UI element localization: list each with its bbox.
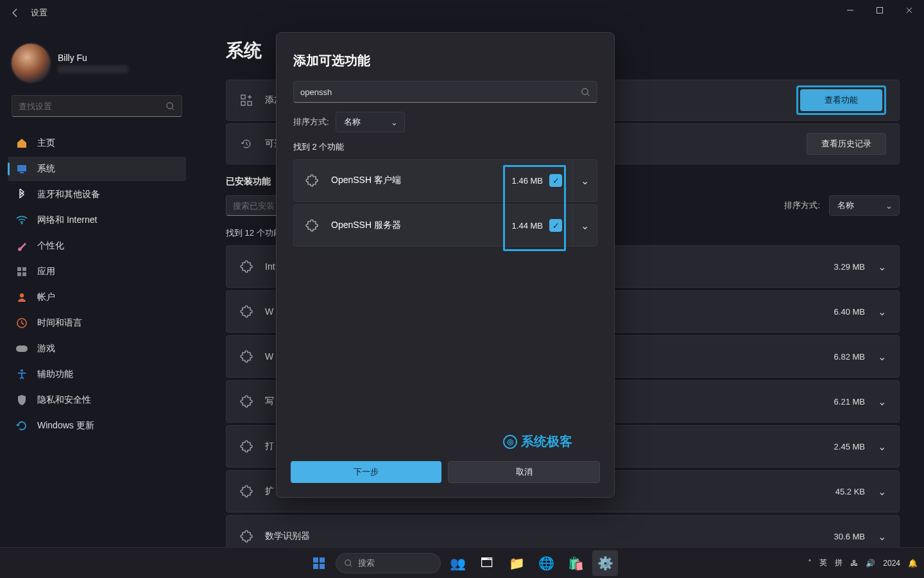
folder-icon[interactable]: 📁 [504, 550, 529, 576]
watermark: ◎系统极客 [503, 433, 572, 450]
volume-icon[interactable]: 🔊 [866, 559, 875, 568]
svg-point-16 [582, 88, 588, 94]
puzzle-icon [305, 174, 321, 187]
optional-feature-row: OpenSSH 客户端1.46 MB✓⌄ [293, 159, 597, 202]
ime-lang[interactable]: 英 [819, 557, 827, 568]
svg-rect-20 [320, 564, 325, 569]
modal-sort-select[interactable]: 名称 [336, 112, 405, 132]
notifications-icon[interactable]: 🔔 [908, 559, 918, 568]
modal-sort-label: 排序方式: [293, 116, 329, 128]
search-icon [581, 87, 590, 97]
expand-button[interactable]: ⌄ [572, 160, 597, 201]
feature-name: OpenSSH 客户端 [331, 175, 506, 186]
svg-rect-18 [320, 557, 325, 563]
taskbar-search[interactable]: 搜索 [336, 553, 441, 574]
ime-mode[interactable]: 拼 [835, 557, 843, 568]
start-button[interactable] [306, 550, 332, 576]
modal-found: 找到 2 个功能 [293, 141, 597, 153]
tray-chevron-icon[interactable]: ˄ [808, 559, 812, 568]
network-icon[interactable]: 🖧 [850, 559, 858, 568]
expand-button[interactable]: ⌄ [572, 205, 597, 246]
feature-size: 1.46 MB [512, 176, 543, 186]
feature-size: 1.44 MB [512, 221, 543, 231]
settings-taskbar-icon[interactable]: ⚙️ [592, 550, 618, 576]
task-view-icon[interactable]: 👥 [445, 550, 470, 576]
modal-search[interactable] [293, 81, 597, 103]
svg-point-21 [345, 559, 351, 565]
store-icon[interactable]: 🛍️ [563, 550, 588, 576]
modal-title: 添加可选功能 [293, 52, 597, 69]
puzzle-icon [305, 219, 321, 232]
edge-icon[interactable]: 🌐 [533, 550, 559, 576]
taskbar: 搜索 👥 🗔 📁 🌐 🛍️ ⚙️ ˄ 英 拼 🖧 🔊 2024 🔔 [0, 547, 924, 578]
svg-rect-17 [313, 557, 318, 563]
clock-year[interactable]: 2024 [883, 559, 900, 568]
modal-search-input[interactable] [300, 87, 581, 97]
explorer-icon[interactable]: 🗔 [474, 550, 500, 576]
feature-checkbox[interactable]: ✓ [549, 219, 562, 232]
feature-checkbox[interactable]: ✓ [549, 174, 562, 187]
optional-feature-row: OpenSSH 服务器1.44 MB✓⌄ [293, 204, 597, 247]
cancel-button[interactable]: 取消 [448, 461, 600, 483]
svg-rect-19 [313, 564, 318, 569]
system-tray[interactable]: ˄ 英 拼 🖧 🔊 2024 🔔 [808, 557, 918, 568]
next-button[interactable]: 下一步 [291, 461, 441, 483]
add-feature-modal: 添加可选功能 排序方式: 名称 找到 2 个功能 OpenSSH 客户端1.46… [276, 32, 615, 498]
feature-name: OpenSSH 服务器 [331, 220, 506, 231]
